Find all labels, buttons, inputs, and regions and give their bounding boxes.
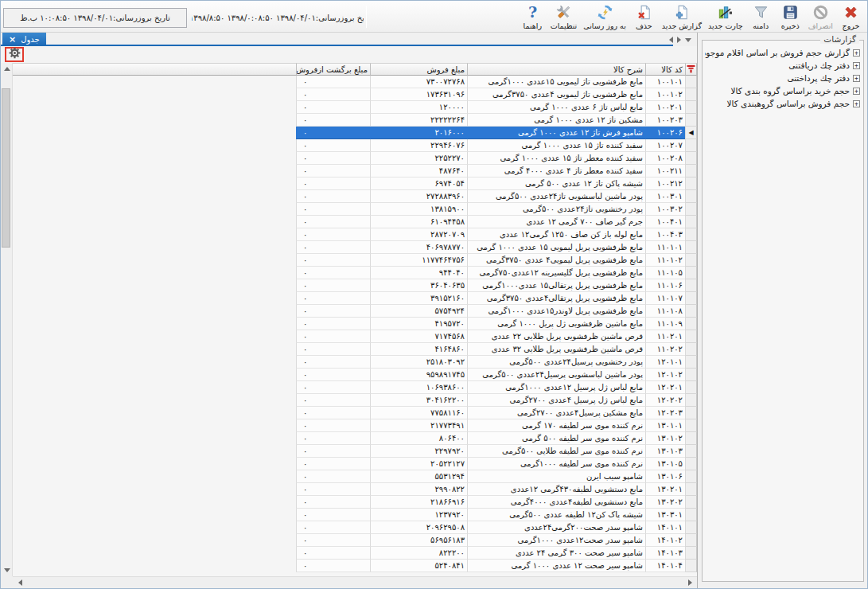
cell-ret[interactable]: ۰	[296, 560, 370, 572]
cell-code[interactable]: ۱۱۰۱۰۵	[645, 267, 685, 279]
expand-plus-icon[interactable]: +	[853, 62, 860, 69]
cell-desc[interactable]: نرم کننده موی سر لطیفه ۱۷۰ گرمی	[467, 419, 645, 432]
cell-code[interactable]: ۱۱۰۲۰۱	[645, 330, 685, 343]
cell-sales[interactable]: ۳۰۴۱۶۲۲۰۰	[370, 394, 467, 407]
cell-desc[interactable]: مایع لوله باز کن صاف ۱۲۵۰ گرمی۱۲ عددی	[467, 228, 645, 241]
cell-code[interactable]: ۱۲۰۱۰۲	[645, 369, 685, 381]
table-row[interactable]: ۱۱۰۱۰۲مایع ظرفشویی پریل لیمویی۴ عددی ۳۷۵…	[13, 254, 697, 267]
cell-code[interactable]: ۱۱۰۱۰۶	[645, 279, 685, 292]
toolbar-button-new-report[interactable]: گزارش جدید	[659, 2, 705, 30]
cell-ret[interactable]: ۰	[296, 152, 370, 165]
current-row-marker-icon[interactable]: ◀	[685, 127, 697, 139]
table-row[interactable]: ۱۰۰۲۱۱سفید کننده معطر تاژ ۴ عددی ۴۰۰۰ گر…	[13, 165, 697, 177]
cell-ret[interactable]: ۰	[296, 394, 370, 407]
row-selector-cell[interactable]	[685, 267, 697, 279]
cell-desc[interactable]: قرص ماشین ظرفشویی پریل طلایی ۲۲ عددی	[467, 330, 645, 343]
cell-ret[interactable]: ۰	[296, 76, 370, 88]
toolbar-button-settings[interactable]: تنظیمات	[547, 2, 581, 30]
table-row[interactable]: ۱۱۰۱۰۵مایع ظرفشویی پریل گلیسیرینه ۱۲عددی…	[13, 267, 697, 279]
cell-code[interactable]: ۱۰۰۱۰۲	[645, 88, 685, 101]
cell-code[interactable]: ۱۱۰۱۰۲	[645, 254, 685, 267]
cell-sales[interactable]: ۲۲۲۲۲۲۶۴	[370, 114, 467, 127]
column-header-desc[interactable]: شرح کالا	[467, 63, 645, 76]
row-selector-cell[interactable]	[685, 407, 697, 419]
row-selector-cell[interactable]	[685, 76, 697, 88]
cell-ret[interactable]: ۰	[296, 483, 370, 496]
row-selector-cell[interactable]	[685, 496, 697, 509]
table-row[interactable]: ۱۲۰۱۰۲پودر ماشین لباسشویی پرسیل۲۴عددی ۵۰…	[13, 369, 697, 381]
column-header-code[interactable]: کد کالا	[645, 63, 685, 76]
row-selector-cell[interactable]	[685, 521, 697, 534]
cell-code[interactable]: ۱۳۰۱۰۲	[645, 432, 685, 445]
tab-scroll-left-icon[interactable]	[669, 37, 673, 43]
horizontal-scrollbar[interactable]	[13, 576, 697, 588]
vertical-scrollbar[interactable]	[1, 63, 13, 576]
cell-ret[interactable]: ۰	[296, 101, 370, 114]
row-selector-cell[interactable]	[685, 318, 697, 330]
cell-ret[interactable]: ۰	[296, 127, 370, 139]
cell-code[interactable]: ۱۰۰۲۰۶	[645, 127, 685, 139]
table-row[interactable]: ۱۳۰۱۰۳نرم کننده موی سر لطیفه طلایی ۵۰۰گر…	[13, 445, 697, 458]
cell-desc[interactable]: شامپو فرش تاژ ۱۲ عددی ۱۰۰۰ گرمی	[467, 127, 645, 139]
table-row[interactable]: ۱۰۰۳۰۲پودر رختشویی تاژ۲۴عددی ۵۰۰گرمی۱۳۸۱…	[13, 203, 697, 216]
tab-close-icon[interactable]: ×	[9, 35, 16, 44]
cell-ret[interactable]: ۰	[296, 228, 370, 241]
table-row[interactable]: ۱۰۰۲۱۲شیشه پاکن تاژ ۱۲ عددی ۵۰۰ گرمی۶۹۷۴…	[13, 177, 697, 190]
cell-ret[interactable]: ۰	[296, 407, 370, 419]
scroll-right-icon[interactable]	[684, 577, 696, 588]
row-selector-cell[interactable]	[685, 241, 697, 254]
scroll-down-icon[interactable]	[1, 564, 13, 576]
cell-sales[interactable]: ۲۱۸۶۶۹۱۶	[370, 496, 467, 509]
cell-desc[interactable]: شامپو سدر صحت۲۰۰گرمی۲۴عددی	[467, 521, 645, 534]
cell-ret[interactable]: ۰	[296, 343, 370, 356]
table-row[interactable]: ۱۲۰۲۰۱مایع لباس ژل پرسیل ۱۲عددی ۱۰۰۰گرمی…	[13, 381, 697, 394]
column-header-sales[interactable]: مبلغ فروش	[370, 63, 467, 76]
cell-code[interactable]: ۱۳۰۱۰۶	[645, 470, 685, 483]
cell-ret[interactable]: ۰	[296, 216, 370, 228]
cell-ret[interactable]: ۰	[296, 88, 370, 101]
table-row[interactable]: ۱۰۰۱۰۲مایع ظرفشویی تاژ لیمویی ۴عددی ۳۷۵۰…	[13, 88, 697, 101]
cell-sales[interactable]: ۲۲۹۴۶۰۷۶	[370, 139, 467, 152]
table-row[interactable]: ۱۳۰۱۰۱نرم کننده موی سر لطیفه ۱۷۰ گرمی۲۱۷…	[13, 419, 697, 432]
cell-sales[interactable]: ۴۱۹۵۷۲۰	[370, 318, 467, 330]
cell-desc[interactable]: شامپو سیر صحت ۱۲ عددی ۱۰۰۰ گرمی	[467, 560, 645, 572]
table-row[interactable]: ۱۰۰۳۰۱پودر ماشین لباسشویی تاژ۲۴عددی ۵۰۰گ…	[13, 190, 697, 203]
table-row[interactable]: ۱۲۰۲۰۳مایع مشکین پرسیل۴عددی ۲۷۰۰گرمی۷۷۵۸…	[13, 407, 697, 419]
cell-code[interactable]: ۱۰۰۳۰۲	[645, 203, 685, 216]
cell-sales[interactable]: ۲۵۱۸۰۳۰۹۲	[370, 356, 467, 369]
expand-plus-icon[interactable]: +	[853, 49, 860, 57]
cell-sales[interactable]: ۳۶۰۴۰۶۳۵	[370, 279, 467, 292]
cell-desc[interactable]: مایع ماشین ظرفشویی ژل پریل ۱۰۰۰ گرمی	[467, 318, 645, 330]
row-selector-cell[interactable]	[685, 381, 697, 394]
cell-code[interactable]: ۱۰۰۲۰۱	[645, 101, 685, 114]
cell-desc[interactable]: نرم کننده موی سر لطیفه طلایی ۵۰۰گرمی	[467, 445, 645, 458]
cell-code[interactable]: ۱۰۰۲۰۸	[645, 152, 685, 165]
row-selector-cell[interactable]	[685, 114, 697, 127]
cell-code[interactable]: ۱۳۰۲۰۱	[645, 483, 685, 496]
cell-sales[interactable]: ۳۹۱۵۲۱۶۰	[370, 292, 467, 305]
row-selector-cell[interactable]	[685, 177, 697, 190]
table-row[interactable]: ۱۲۰۲۰۲مایع لباس ژل پرسیل ۴عددی ۲۷۰۰گرمی۳…	[13, 394, 697, 407]
cell-sales[interactable]: ۶۱۰۹۴۴۵۸	[370, 216, 467, 228]
table-row[interactable]: ۱۰۰۲۰۸سفید کننده معطر تاژ ۱۵ عددی ۱۰۰۰ گ…	[13, 152, 697, 165]
sidebar-item-2[interactable]: +دفتر چك پرداختنی	[705, 72, 861, 84]
cell-ret[interactable]: ۰	[296, 267, 370, 279]
cell-ret[interactable]: ۰	[296, 509, 370, 521]
table-row[interactable]: ۱۴۰۱۰۱شامپو سدر صحت۲۰۰گرمی۲۴عددی۲۰۹۶۲۹۵۰…	[13, 521, 697, 534]
row-selector-cell[interactable]	[685, 330, 697, 343]
cell-ret[interactable]: ۰	[296, 445, 370, 458]
cell-ret[interactable]: ۰	[296, 292, 370, 305]
table-row[interactable]: ۱۱۰۱۰۸مایع ظرفشویی پریل لاوندر۱۵عددی ۱۰۰…	[13, 305, 697, 318]
cell-sales[interactable]: ۴۱۶۴۸۶۰	[370, 343, 467, 356]
table-row[interactable]: ۱۱۰۱۰۷مایع ظرفشویی پریل پرتقالی۴عددی ۳۷۵…	[13, 292, 697, 305]
cell-ret[interactable]: ۰	[296, 165, 370, 177]
cell-sales[interactable]: ۲۹۹۰۸۲۲	[370, 483, 467, 496]
cell-desc[interactable]: شیشه پاکن تاژ ۱۲ عددی ۵۰۰ گرمی	[467, 177, 645, 190]
cell-code[interactable]: ۱۰۰۲۱۱	[645, 165, 685, 177]
table-row[interactable]: ۱۴۰۱۰۲شامپو سدر صحت۱۲عددی ۱۰۰۰گرمی۵۶۹۵۶۱…	[13, 534, 697, 547]
cell-code[interactable]: ۱۰۰۴۰۳	[645, 228, 685, 241]
cell-ret[interactable]: ۰	[296, 369, 370, 381]
toolbar-button-save[interactable]: ذخیره	[776, 2, 805, 30]
table-row[interactable]: ۱۱۰۱۰۹مایع ماشین ظرفشویی ژل پریل ۱۰۰۰ گر…	[13, 318, 697, 330]
table-row[interactable]: ۱۳۰۲۰۱مایع دستشویی لطیفه۴۳۰گرمی ۱۲عددی۲۹…	[13, 483, 697, 496]
